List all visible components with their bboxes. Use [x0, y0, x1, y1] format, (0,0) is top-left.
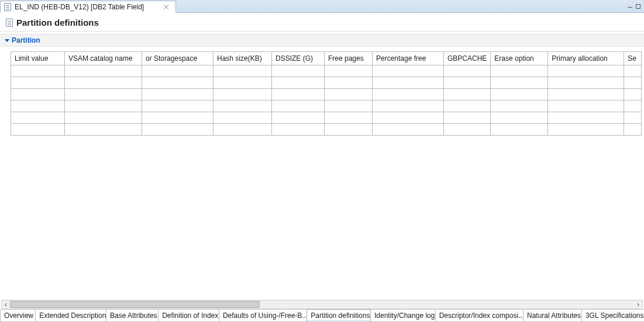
table-cell[interactable]	[548, 124, 624, 136]
table-cell[interactable]	[272, 124, 325, 136]
close-icon[interactable]	[163, 4, 170, 11]
table-cell[interactable]	[548, 101, 624, 112]
minimize-icon[interactable]	[628, 5, 632, 8]
table-cell[interactable]	[142, 89, 213, 101]
table-cell[interactable]	[65, 112, 142, 124]
table-cell[interactable]	[213, 65, 272, 77]
table-cell[interactable]	[491, 89, 548, 101]
table-cell[interactable]	[373, 77, 444, 89]
page-tab[interactable]: Identity/Change log	[370, 310, 436, 322]
column-header[interactable]: Hash size(KB)	[213, 52, 272, 65]
table-row[interactable]	[11, 77, 642, 89]
table-row[interactable]	[11, 65, 642, 77]
partition-table[interactable]: Limit valueVSAM catalog nameor Storagesp…	[11, 51, 642, 136]
table-cell[interactable]	[624, 101, 642, 112]
table-cell[interactable]	[142, 77, 213, 89]
table-cell[interactable]	[491, 77, 548, 89]
table-cell[interactable]	[624, 77, 642, 89]
table-cell[interactable]	[325, 101, 373, 112]
table-cell[interactable]	[491, 112, 548, 124]
table-cell[interactable]	[491, 65, 548, 77]
table-cell[interactable]	[213, 89, 272, 101]
column-header[interactable]: or Storagespace	[142, 52, 213, 65]
table-cell[interactable]	[624, 112, 642, 124]
table-cell[interactable]	[272, 101, 325, 112]
table-cell[interactable]	[142, 65, 213, 77]
table-cell[interactable]	[11, 77, 65, 89]
table-row[interactable]	[11, 101, 642, 112]
table-cell[interactable]	[444, 101, 491, 112]
page-tab[interactable]: Overview	[0, 310, 36, 322]
table-cell[interactable]	[624, 124, 642, 136]
page-tab[interactable]: Extended Description	[35, 310, 106, 322]
page-tab[interactable]: Partition definitions	[306, 309, 371, 321]
table-cell[interactable]	[325, 65, 373, 77]
column-header[interactable]: VSAM catalog name	[65, 52, 142, 65]
table-cell[interactable]	[373, 112, 444, 124]
table-cell[interactable]	[65, 101, 142, 112]
table-cell[interactable]	[272, 65, 325, 77]
scroll-thumb[interactable]	[10, 301, 260, 308]
table-cell[interactable]	[624, 65, 642, 77]
table-cell[interactable]	[65, 77, 142, 89]
column-header[interactable]: Erase option	[491, 52, 548, 65]
column-header[interactable]: Free pages	[325, 52, 373, 65]
table-cell[interactable]	[65, 65, 142, 77]
editor-tab-active[interactable]: EL_IND (HEB-DB_V12) [DB2 Table Field]	[0, 1, 176, 13]
table-cell[interactable]	[548, 65, 624, 77]
table-row[interactable]	[11, 112, 642, 124]
maximize-icon[interactable]	[636, 4, 640, 9]
table-cell[interactable]	[444, 124, 491, 136]
table-cell[interactable]	[548, 89, 624, 101]
column-header[interactable]: Primary allocation	[548, 52, 624, 65]
table-cell[interactable]	[11, 101, 65, 112]
page-tab[interactable]: 3GL Specifications	[581, 310, 644, 322]
table-cell[interactable]	[142, 124, 213, 136]
table-cell[interactable]	[373, 124, 444, 136]
column-header[interactable]: GBPCACHE	[444, 52, 491, 65]
scroll-track[interactable]	[10, 300, 634, 309]
table-cell[interactable]	[444, 65, 491, 77]
table-cell[interactable]	[325, 89, 373, 101]
table-cell[interactable]	[142, 101, 213, 112]
table-cell[interactable]	[373, 89, 444, 101]
table-cell[interactable]	[11, 112, 65, 124]
table-cell[interactable]	[65, 89, 142, 101]
table-cell[interactable]	[272, 77, 325, 89]
table-cell[interactable]	[373, 101, 444, 112]
table-row[interactable]	[11, 124, 642, 136]
table-cell[interactable]	[325, 77, 373, 89]
page-tab[interactable]: Descriptor/Index composi...	[435, 310, 524, 322]
table-cell[interactable]	[213, 101, 272, 112]
table-cell[interactable]	[325, 124, 373, 136]
scroll-left-arrow-icon[interactable]: ‹	[2, 300, 10, 309]
horizontal-scrollbar[interactable]: ‹ ›	[1, 300, 643, 309]
table-row[interactable]	[11, 89, 642, 101]
page-tab[interactable]: Definition of Index	[158, 310, 219, 322]
table-cell[interactable]	[491, 124, 548, 136]
section-partition-header[interactable]: Partition	[0, 34, 644, 47]
page-tab[interactable]: Defaults of Using-/Free-B...	[219, 310, 307, 322]
table-cell[interactable]	[11, 65, 65, 77]
table-cell[interactable]	[213, 112, 272, 124]
column-header[interactable]: DSSIZE (G)	[272, 52, 325, 65]
table-cell[interactable]	[325, 112, 373, 124]
table-cell[interactable]	[624, 89, 642, 101]
table-cell[interactable]	[444, 112, 491, 124]
table-cell[interactable]	[272, 89, 325, 101]
table-cell[interactable]	[491, 101, 548, 112]
table-cell[interactable]	[213, 77, 272, 89]
table-cell[interactable]	[11, 124, 65, 136]
scroll-right-arrow-icon[interactable]: ›	[634, 300, 642, 309]
table-cell[interactable]	[11, 89, 65, 101]
column-header[interactable]: Percentage free	[373, 52, 444, 65]
table-cell[interactable]	[272, 112, 325, 124]
table-cell[interactable]	[444, 77, 491, 89]
table-cell[interactable]	[548, 77, 624, 89]
page-tab[interactable]: Base Attributes	[106, 310, 159, 322]
table-cell[interactable]	[213, 124, 272, 136]
column-header[interactable]: Limit value	[11, 52, 65, 65]
page-tab[interactable]: Natural Attributes	[523, 310, 582, 322]
table-cell[interactable]	[142, 112, 213, 124]
column-header[interactable]: Se	[624, 52, 642, 65]
